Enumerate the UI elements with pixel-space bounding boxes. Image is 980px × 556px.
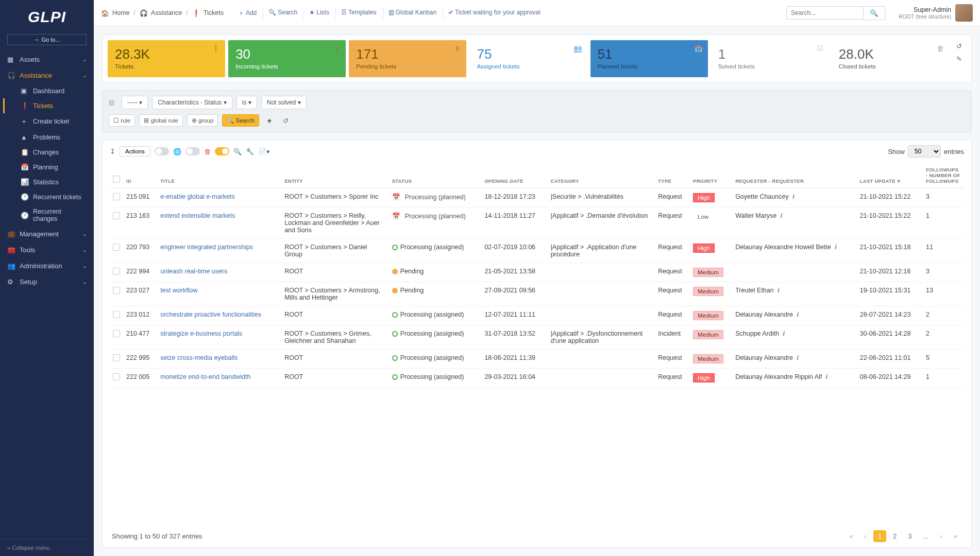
card-assigned[interactable]: 👥75Assigned tickets xyxy=(469,40,587,77)
ticket-link[interactable]: orchestrate proactive functionalities xyxy=(160,311,261,318)
trash-icon[interactable]: 🗑 xyxy=(204,148,211,155)
reset-icon[interactable]: ↺ xyxy=(280,115,292,127)
card-closed[interactable]: 🗑28.0KClosed tickets xyxy=(832,40,949,77)
collapse-filter-icon[interactable]: ⊟ xyxy=(109,99,114,107)
toggle-map[interactable] xyxy=(155,147,169,155)
user-menu[interactable]: Super-Admin ROOT (tree structure) xyxy=(899,4,973,22)
lists-link[interactable]: ★Lists xyxy=(303,7,334,20)
filter-op[interactable]: is ▾ xyxy=(236,96,257,109)
col-category[interactable]: Category xyxy=(548,162,655,188)
col-opening[interactable]: Opening date xyxy=(481,162,547,188)
col-id[interactable]: ID xyxy=(123,162,157,188)
ticket-link[interactable]: seize cross-media eyeballs xyxy=(160,354,238,361)
nav-tools[interactable]: 🧰Tools⌄ xyxy=(0,242,94,258)
nav-recurrent-tickets[interactable]: 🕐Recurrent tickets xyxy=(3,189,94,204)
star-icon[interactable]: ★ xyxy=(263,115,276,127)
search-input[interactable] xyxy=(786,6,864,20)
col-last-update[interactable]: Last update▼ xyxy=(857,162,923,188)
goto-button[interactable]: → Go to... xyxy=(7,34,87,45)
info-icon[interactable]: i xyxy=(781,212,782,219)
search-icon[interactable]: 🔍 xyxy=(233,148,242,155)
info-icon[interactable]: i xyxy=(797,354,799,361)
collapse-menu[interactable]: « Collapse menu xyxy=(0,539,94,556)
row-checkbox[interactable] xyxy=(113,212,120,219)
row-checkbox[interactable] xyxy=(113,193,120,200)
info-icon[interactable]: i xyxy=(783,330,784,337)
ticket-link[interactable]: e-enable global e-markets xyxy=(160,193,235,200)
info-icon[interactable]: i xyxy=(792,193,794,200)
card-pending[interactable]: ⏸171Pending tickets xyxy=(349,40,466,77)
col-requester[interactable]: Requester - Requester xyxy=(732,162,857,188)
col-type[interactable]: Type xyxy=(655,162,690,188)
nav-tickets[interactable]: ❗Tickets xyxy=(3,98,94,113)
select-all-checkbox[interactable] xyxy=(113,176,120,183)
row-checkbox[interactable] xyxy=(113,244,120,251)
edit-icon[interactable]: ✎ xyxy=(956,55,962,63)
nav-assets[interactable]: ▦Assets⌄ xyxy=(0,51,94,67)
row-checkbox[interactable] xyxy=(113,354,120,361)
ticket-link[interactable]: monetize end-to-end bandwidth xyxy=(160,373,250,380)
templates-link[interactable]: ☰Templates xyxy=(335,7,382,20)
crumb-assistance[interactable]: Assistance xyxy=(151,9,182,16)
card-planned[interactable]: 📅51Planned tickets xyxy=(590,40,708,77)
filter-value[interactable]: Not solved ▾ xyxy=(261,96,307,109)
sort-down-icon[interactable]: ↧ xyxy=(110,148,115,155)
actions-button[interactable]: Actions xyxy=(120,146,150,157)
export-icon[interactable]: 📄▾ xyxy=(258,148,270,155)
card-solved[interactable]: ☑1Solved tickets xyxy=(711,40,829,77)
kanban-link[interactable]: ▥Global Kanban xyxy=(383,7,442,20)
page-next[interactable]: › xyxy=(935,530,947,542)
ticket-link[interactable]: test workflow xyxy=(160,287,197,294)
row-checkbox[interactable] xyxy=(113,268,120,275)
info-icon[interactable]: i xyxy=(797,311,799,318)
info-icon[interactable]: i xyxy=(826,373,827,380)
nav-recurrent-changes[interactable]: 🕐Recurrent changes xyxy=(3,204,94,226)
crumb-tickets[interactable]: Tickets xyxy=(204,9,224,16)
nav-problems[interactable]: ▲Problems xyxy=(3,130,94,145)
entries-select[interactable]: 50 xyxy=(908,145,941,158)
col-entity[interactable]: Entity xyxy=(281,162,389,188)
ticket-link[interactable]: extend extensible markets xyxy=(160,212,235,219)
crumb-home[interactable]: Home xyxy=(112,9,129,16)
col-title[interactable]: Title xyxy=(157,162,281,188)
toggle-trash[interactable] xyxy=(185,147,200,155)
page-first[interactable]: « xyxy=(844,530,857,542)
row-checkbox[interactable] xyxy=(113,311,120,318)
history-icon[interactable]: ↺ xyxy=(956,42,962,50)
filter-field[interactable]: Characteristics - Status ▾ xyxy=(152,96,232,109)
info-icon[interactable]: i xyxy=(835,244,836,251)
page-3[interactable]: 3 xyxy=(903,530,916,542)
card-incoming[interactable]: ❗30Incoming tickets xyxy=(228,40,346,77)
nav-administration[interactable]: 👥Administration⌄ xyxy=(0,258,94,274)
nav-assistance[interactable]: 🎧Assistance⌄ xyxy=(0,67,94,83)
filter-blank[interactable]: ----- ▾ xyxy=(122,96,148,109)
card-tickets[interactable]: ❗28.3KTickets xyxy=(108,40,225,77)
nav-planning[interactable]: 📅Planning xyxy=(3,160,94,175)
wrench-icon[interactable]: 🔧 xyxy=(246,148,254,155)
page-2[interactable]: 2 xyxy=(888,530,901,542)
nav-statistics[interactable]: 📊Statistics xyxy=(3,175,94,189)
filter-group[interactable]: ⊕ group xyxy=(187,114,218,127)
page-prev[interactable]: ‹ xyxy=(860,530,871,542)
waiting-link[interactable]: ✔Ticket waiting for your approval xyxy=(443,7,546,20)
nav-create-ticket[interactable]: ＋Create ticket xyxy=(3,113,94,130)
col-status[interactable]: Status xyxy=(389,162,482,188)
search-link[interactable]: 🔍Search xyxy=(263,7,302,20)
info-icon[interactable]: i xyxy=(778,287,779,294)
ticket-link[interactable]: engineer integrated partnerships xyxy=(160,244,253,251)
filter-search-button[interactable]: 🔍 Search xyxy=(222,114,259,127)
nav-setup[interactable]: ⚙Setup⌄ xyxy=(0,274,94,290)
page-1[interactable]: 1 xyxy=(873,530,886,542)
page-last[interactable]: » xyxy=(949,530,962,542)
add-link[interactable]: ＋Add xyxy=(233,7,262,20)
row-checkbox[interactable] xyxy=(113,287,120,294)
filter-global-rule[interactable]: ⊞ global rule xyxy=(139,114,182,127)
globe-icon[interactable]: 🌐 xyxy=(173,148,181,155)
nav-management[interactable]: 💼Management⌄ xyxy=(0,226,94,242)
nav-changes[interactable]: 📋Changes xyxy=(3,145,94,160)
col-priority[interactable]: Priority xyxy=(690,162,732,188)
ticket-link[interactable]: unleash real-time users xyxy=(160,268,227,275)
ticket-link[interactable]: strategize e-business portals xyxy=(160,330,242,337)
col-followups[interactable]: Followups - Number of followups xyxy=(923,162,964,188)
row-checkbox[interactable] xyxy=(113,330,120,337)
